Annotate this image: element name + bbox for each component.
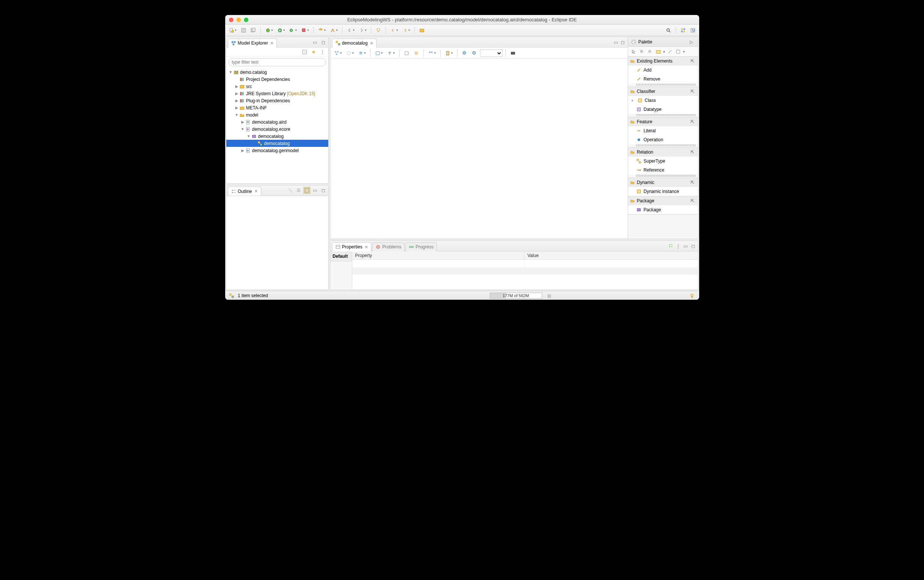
search-button[interactable] (329, 26, 339, 35)
back-button[interactable] (389, 26, 399, 35)
pin-section-icon[interactable]: ⇱ (689, 88, 696, 95)
problems-tab[interactable]: Problems (372, 242, 405, 251)
properties-tab[interactable]: Properties ✕ (332, 242, 372, 251)
layers-button[interactable] (357, 49, 367, 57)
palette-section-header[interactable]: Relation⇱ (628, 148, 698, 157)
outline-tab[interactable]: Outline ✕ (228, 186, 261, 196)
zoom-out-tool-button[interactable] (647, 48, 654, 55)
view-menu-button[interactable]: ⋮ (319, 49, 326, 56)
zoom-select[interactable] (480, 49, 502, 57)
column-property[interactable]: Property (352, 251, 525, 259)
palette-tool-operation[interactable]: Operation (628, 135, 698, 144)
column-value[interactable]: Value (525, 251, 698, 259)
minimize-view-button[interactable]: ▭ (682, 243, 689, 250)
show-hide-button[interactable] (402, 49, 411, 57)
maximize-view-button[interactable]: ◻ (320, 39, 327, 46)
pin-section-icon[interactable]: ⇱ (689, 58, 696, 64)
pin-section-icon[interactable]: ⇱ (689, 149, 696, 155)
open-type-button[interactable] (316, 26, 327, 35)
pin-view-button[interactable] (667, 243, 674, 250)
collapse-all-button[interactable] (301, 49, 308, 56)
pin-section-icon[interactable]: ⇱ (689, 179, 696, 186)
palette-tool-dynamic-instance[interactable]: Dynamic instance (628, 187, 698, 196)
close-icon[interactable]: ✕ (270, 41, 273, 46)
minimize-view-button[interactable]: ▭ (312, 39, 318, 46)
open-perspective-button[interactable] (679, 26, 687, 35)
properties-category-default[interactable]: Default (331, 251, 352, 262)
heap-status[interactable]: 177M of 562M (490, 293, 542, 298)
paste-format-button[interactable] (444, 49, 454, 57)
run-button[interactable] (276, 26, 286, 35)
tree-item-project-deps[interactable]: Project Dependencies (226, 76, 328, 83)
pin-section-icon[interactable]: ⇱ (689, 119, 696, 125)
nav-prev-button[interactable] (346, 26, 356, 35)
close-icon[interactable]: ✕ (365, 245, 368, 250)
maximize-editor-button[interactable]: ◻ (619, 39, 626, 46)
editor-tab[interactable]: democatalog ✕ (332, 39, 377, 48)
pin-button[interactable] (412, 49, 420, 57)
maximize-view-button[interactable]: ◻ (320, 187, 327, 194)
palette-tool-add[interactable]: Add (628, 66, 698, 74)
select-button[interactable] (345, 49, 355, 57)
zoom-out-button[interactable] (470, 49, 478, 57)
tree-item-model-folder[interactable]: ▼model (226, 111, 328, 119)
tip-icon[interactable] (689, 292, 695, 299)
palette-tool-datatype[interactable]: Datatype (628, 105, 698, 114)
diagram-canvas[interactable] (331, 59, 628, 239)
property-row[interactable] (352, 267, 698, 275)
palette-tool-remove[interactable]: Remove (628, 74, 698, 84)
tree-item-metainf[interactable]: ▶META-INF (226, 104, 328, 111)
new-modeling-project-button[interactable] (418, 26, 426, 35)
tree-item-plugin-deps[interactable]: ▶Plug-in Dependencies (226, 97, 328, 104)
save-button[interactable] (239, 26, 248, 35)
tree-item-genmodel[interactable]: ▶democatalog.genmodel (226, 147, 328, 154)
close-icon[interactable]: ✕ (370, 41, 373, 46)
palette-tool-package[interactable]: Package (628, 205, 698, 214)
debug-button[interactable] (264, 26, 274, 35)
tree-item-src[interactable]: ▶src (226, 83, 328, 90)
maximize-window-button[interactable] (244, 18, 249, 22)
nav-next-button[interactable] (357, 26, 368, 35)
generic-tool-button[interactable] (675, 48, 682, 55)
export-image-button[interactable] (509, 49, 517, 57)
tree-item-jre[interactable]: ▶JRE System Library [OpenJDK 15] (226, 90, 328, 97)
link-editor-button[interactable] (310, 49, 317, 56)
minimize-view-button[interactable]: ▭ (312, 187, 318, 194)
external-tools-button[interactable] (300, 26, 310, 35)
palette-section-header[interactable]: Package⇱ (628, 196, 698, 205)
outline-tree-button[interactable] (295, 187, 302, 194)
palette-section-header[interactable]: Dynamic⇱ (628, 178, 698, 187)
tree-item-ecore[interactable]: ▼democatalog.ecore (226, 125, 328, 133)
outline-overview-button[interactable] (287, 187, 294, 194)
palette-section-header[interactable]: Classifier⇱ (628, 87, 698, 96)
maximize-view-button[interactable]: ◻ (690, 243, 697, 250)
palette-tool-reference[interactable]: Reference (628, 166, 698, 175)
forward-button[interactable] (401, 26, 412, 35)
pin-editor-button[interactable] (374, 26, 382, 35)
run-last-button[interactable] (288, 26, 298, 35)
outline-both-button[interactable] (303, 187, 310, 194)
tree-item-project[interactable]: ▼Mdemo.catalog (226, 69, 328, 76)
filters-button[interactable] (385, 49, 396, 57)
model-explorer-tab[interactable]: Model Explorer ✕ (228, 39, 277, 48)
zoom-in-tool-button[interactable] (639, 48, 645, 55)
close-icon[interactable]: ✕ (254, 189, 258, 194)
arrange-button[interactable] (333, 49, 343, 57)
new-button[interactable] (227, 26, 238, 35)
save-all-button[interactable] (249, 26, 257, 35)
tree-item-ecore-subpackage[interactable]: democatalog (226, 140, 328, 147)
property-row[interactable] (352, 260, 698, 267)
close-window-button[interactable] (229, 18, 234, 22)
gc-button[interactable] (546, 292, 553, 299)
progress-tab[interactable]: Progress (405, 242, 437, 251)
tree-item-ecore-package[interactable]: ▼democatalog (226, 133, 328, 140)
note-attach-tool-button[interactable] (667, 48, 673, 55)
palette-section-header[interactable]: Existing Elements⇱ (628, 56, 698, 66)
tree-item-aird[interactable]: ▶democatalog.aird (226, 119, 328, 125)
palette-tool-literal[interactable]: Literal (628, 126, 698, 135)
layers-filter-button[interactable] (374, 49, 384, 57)
concern-button[interactable] (427, 49, 437, 57)
pin-section-icon[interactable]: ⇱ (689, 198, 696, 204)
filter-input[interactable] (229, 58, 326, 66)
minimize-window-button[interactable] (236, 18, 241, 22)
